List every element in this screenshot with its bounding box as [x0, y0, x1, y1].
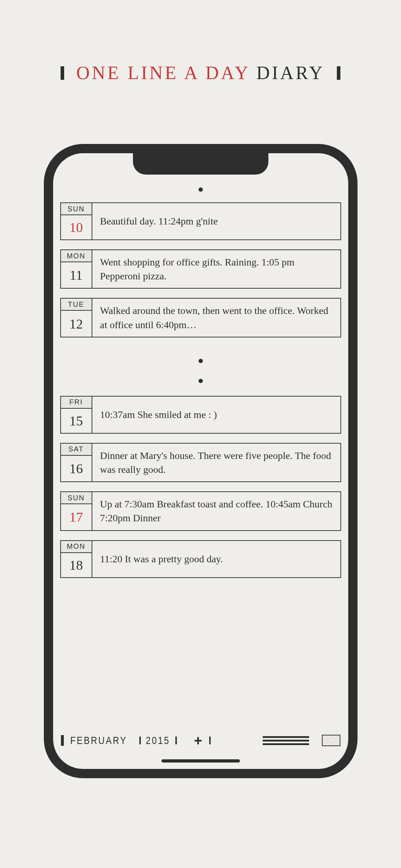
weekday-label: MON	[61, 541, 92, 553]
separator-icon	[139, 737, 141, 744]
diary-entry[interactable]: MON 11 Went shopping for office gifts. R…	[60, 249, 341, 289]
date-cell: MON 11	[61, 250, 92, 288]
day-number: 18	[61, 553, 92, 577]
date-cell: FRI 15	[61, 397, 92, 433]
diary-entry[interactable]: FRI 15 10:37am She smiled at me : )	[60, 396, 341, 434]
entry-text: Went shopping for office gifts. Raining.…	[92, 250, 340, 288]
entry-text: 11:20 It was a pretty good day.	[92, 541, 340, 577]
diary-entry[interactable]: TUE 12 Walked around the town, then went…	[60, 298, 341, 337]
weekday-label: MON	[61, 250, 92, 262]
entry-text: Walked around the town, then went to the…	[92, 299, 340, 336]
ellipsis-dot-icon	[199, 359, 203, 363]
diary-screen[interactable]: SUN 10 Beautiful day. 11:24pm g'nite MON…	[53, 178, 348, 726]
date-cell: SUN 17	[61, 492, 92, 530]
ellipsis-dot-icon	[199, 187, 203, 192]
title-part2: DIARY	[256, 63, 325, 83]
ellipsis-dot-icon	[199, 379, 203, 383]
phone-frame: SUN 10 Beautiful day. 11:24pm g'nite MON…	[44, 144, 358, 778]
day-number: 16	[61, 456, 92, 481]
weekday-label: SUN	[61, 492, 92, 504]
weekday-label: SAT	[61, 444, 92, 456]
list-icon	[263, 743, 309, 745]
diary-entry[interactable]: SUN 17 Up at 7:30am Breakfast toast and …	[60, 491, 341, 531]
phone-notch	[133, 153, 268, 175]
diary-entry[interactable]: MON 18 11:20 It was a pretty good day.	[60, 540, 341, 578]
diary-entry[interactable]: SUN 10 Beautiful day. 11:24pm g'nite	[60, 202, 341, 240]
day-number: 15	[61, 409, 92, 433]
list-view-button[interactable]	[263, 736, 309, 745]
year-label[interactable]: 2015	[146, 734, 170, 746]
separator-icon	[175, 737, 177, 744]
entry-text: Up at 7:30am Breakfast toast and coffee.…	[92, 492, 340, 530]
title-part1: ONE LINE A DAY	[76, 63, 250, 83]
home-indicator[interactable]	[161, 759, 240, 763]
toolbar-ornament-icon	[61, 735, 64, 746]
day-number: 11	[61, 262, 92, 288]
date-cell: SUN 10	[61, 203, 92, 239]
day-number: 17	[61, 504, 92, 530]
title-text: ONE LINE A DAY DIARY	[76, 62, 325, 83]
title-ornament-left	[61, 66, 64, 80]
title-ornament-right	[337, 66, 340, 80]
add-entry-button[interactable]: +	[194, 733, 202, 748]
entry-text: Dinner at Mary's house. There were five …	[92, 444, 340, 481]
separator-icon	[209, 737, 211, 744]
weekday-label: FRI	[61, 397, 92, 409]
weekday-label: TUE	[61, 299, 92, 311]
list-icon	[263, 740, 309, 742]
entry-text: 10:37am She smiled at me : )	[92, 397, 340, 433]
day-number: 10	[61, 215, 92, 239]
entry-text: Beautiful day. 11:24pm g'nite	[92, 203, 340, 239]
date-cell: SAT 16	[61, 444, 92, 481]
bottom-toolbar: FEBRUARY 2015 +	[61, 730, 340, 751]
weekday-label: SUN	[61, 203, 92, 215]
calendar-view-button[interactable]	[322, 735, 340, 746]
page-title: ONE LINE A DAY DIARY	[61, 62, 340, 83]
date-cell: MON 18	[61, 541, 92, 577]
day-number: 12	[61, 311, 92, 336]
list-icon	[263, 736, 309, 738]
month-label[interactable]: FEBRUARY	[70, 734, 127, 746]
diary-entry[interactable]: SAT 16 Dinner at Mary's house. There wer…	[60, 443, 341, 482]
date-cell: TUE 12	[61, 299, 92, 336]
